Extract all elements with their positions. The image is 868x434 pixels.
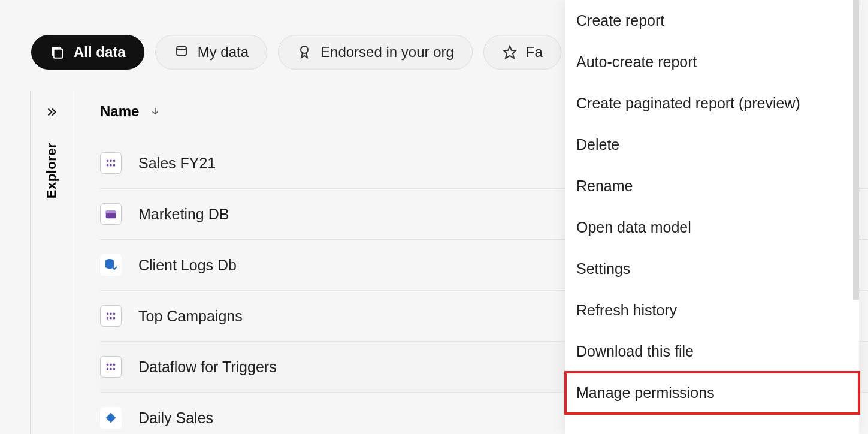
dataset-icon — [100, 305, 122, 327]
filter-all-data[interactable]: All data — [31, 35, 144, 70]
dataset-icon — [100, 152, 122, 174]
row-name: Marketing DB — [138, 206, 229, 223]
svg-point-5 — [107, 160, 109, 162]
database-icon — [174, 44, 189, 60]
sort-arrow-icon — [150, 106, 161, 117]
svg-point-6 — [110, 160, 112, 162]
stack-icon — [50, 44, 65, 60]
svg-point-8 — [107, 164, 109, 167]
filter-my-data[interactable]: My data — [155, 35, 267, 70]
svg-point-15 — [110, 313, 112, 315]
svg-rect-12 — [106, 211, 116, 214]
filter-endorsed[interactable]: Endorsed in your org — [278, 35, 473, 70]
svg-point-16 — [113, 313, 116, 315]
filter-all-label: All data — [74, 44, 126, 61]
context-menu-item[interactable]: Create paginated report (preview) — [565, 83, 859, 124]
diamond-icon — [100, 407, 122, 429]
filter-favorites[interactable]: Fa — [483, 35, 561, 70]
svg-marker-29 — [106, 413, 116, 423]
svg-point-7 — [113, 160, 116, 162]
svg-point-17 — [107, 317, 109, 320]
svg-marker-4 — [504, 46, 516, 58]
svg-point-18 — [110, 317, 112, 320]
row-name: Client Logs Db — [138, 257, 237, 274]
filter-my-label: My data — [198, 44, 249, 61]
sqldb-icon — [100, 254, 122, 276]
svg-point-3 — [301, 46, 308, 53]
svg-point-24 — [110, 368, 112, 370]
star-icon — [502, 44, 518, 60]
expand-icon[interactable] — [45, 106, 58, 119]
svg-point-21 — [110, 364, 112, 366]
row-name: Top Campaigns — [138, 308, 243, 325]
context-menu-item[interactable]: Auto-create report — [565, 41, 859, 83]
filter-endorsed-label: Endorsed in your org — [320, 44, 454, 61]
context-menu-item[interactable]: Create report — [565, 0, 859, 41]
svg-point-19 — [113, 317, 116, 320]
datamart-icon — [100, 203, 122, 225]
context-menu: Create reportAuto-create reportCreate pa… — [565, 0, 859, 434]
sidebar-label: Explorer — [44, 143, 59, 198]
context-menu-item[interactable]: Open data model — [565, 207, 859, 248]
svg-point-25 — [113, 368, 116, 370]
context-menu-item[interactable]: Delete — [565, 124, 859, 165]
svg-point-14 — [107, 313, 109, 315]
scrollbar[interactable] — [853, 0, 859, 300]
row-name: Dataflow for Triggers — [138, 358, 277, 376]
context-menu-item[interactable]: Rename — [565, 165, 859, 207]
sidebar-collapsed: Explorer — [31, 91, 72, 434]
row-name: Sales FY21 — [138, 155, 216, 172]
filter-fav-label: Fa — [526, 44, 543, 61]
svg-rect-1 — [54, 49, 63, 58]
svg-point-9 — [110, 164, 112, 167]
context-menu-item[interactable]: Refresh history — [565, 290, 859, 331]
ribbon-icon — [297, 44, 312, 60]
column-header-label: Name — [100, 103, 139, 120]
context-menu-item[interactable]: Manage permissions — [565, 372, 859, 414]
svg-point-23 — [107, 368, 109, 370]
context-menu-item[interactable]: Download this file — [565, 331, 859, 372]
svg-point-10 — [113, 164, 116, 167]
dataset-icon — [100, 356, 122, 378]
row-name: Daily Sales — [138, 409, 213, 427]
svg-point-22 — [113, 364, 116, 366]
context-menu-item[interactable]: Settings — [565, 248, 859, 290]
svg-point-2 — [177, 46, 186, 50]
svg-point-20 — [107, 364, 109, 366]
